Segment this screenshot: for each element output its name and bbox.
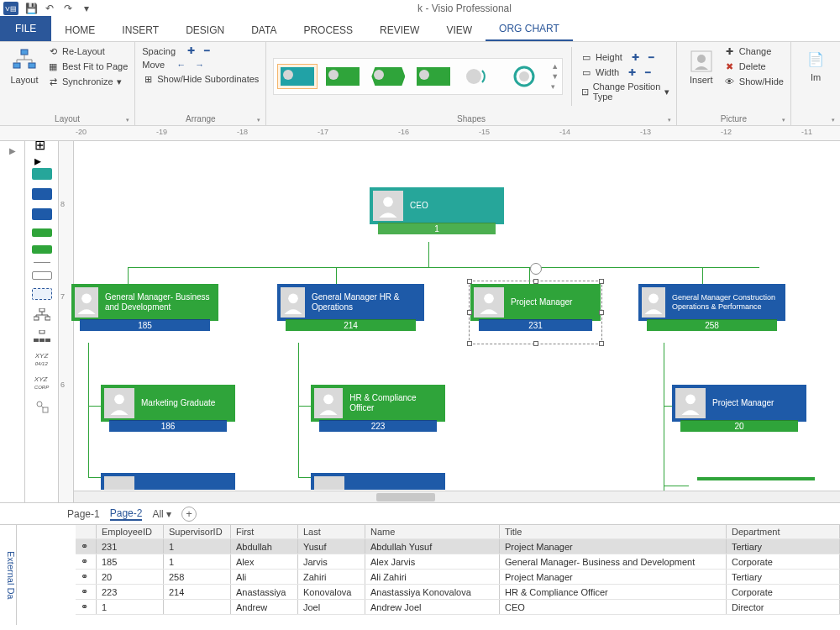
shape-style-6[interactable] (504, 64, 544, 89)
change-position-button[interactable]: ⊡Change Position Type ▾ (580, 81, 669, 102)
plus-icon[interactable]: ✚ (187, 45, 195, 56)
tab-data[interactable]: DATA (238, 19, 290, 41)
shape-style-5[interactable] (459, 64, 499, 89)
orgcard-partial[interactable] (697, 477, 815, 490)
shape-style-1[interactable] (277, 64, 318, 89)
insert-picture-button[interactable]: Insert (684, 45, 719, 87)
resize-handle[interactable] (467, 341, 472, 346)
spacing-control[interactable]: Spacing ✚ ━ (142, 45, 259, 56)
group-arrange: Spacing ✚ ━ Move ← → ⊞Show/Hide Subordin… (135, 42, 266, 125)
shapes-scroll-up[interactable]: ▲ (551, 62, 559, 71)
table-header[interactable]: Name (365, 525, 500, 539)
horizontal-scrollbar[interactable] (74, 491, 840, 502)
bestfit-button[interactable]: ▦Best Fit to Page (47, 60, 128, 72)
stencil-text[interactable]: XYZ04/12 (35, 352, 49, 367)
delete-picture-button[interactable]: ✖Delete (724, 60, 784, 72)
tab-orgchart[interactable]: ORG CHART (486, 18, 573, 41)
connector (336, 267, 337, 284)
rotate-handle[interactable] (530, 263, 542, 275)
shapes-more[interactable]: ▾ (551, 82, 559, 91)
tab-process[interactable]: PROCESS (290, 19, 366, 41)
orgcard-pm2[interactable]: Project Manager 20 (672, 385, 806, 433)
svg-point-5 (519, 71, 529, 81)
resize-handle[interactable] (533, 341, 538, 346)
height-control[interactable]: ▭Height ✚ ━ (580, 51, 669, 63)
qat-more-icon[interactable]: ▾ (81, 3, 92, 14)
import-button[interactable]: 📄 Im (798, 45, 833, 82)
redo-icon[interactable]: ↷ (62, 3, 74, 14)
save-icon[interactable]: 💾 (25, 3, 37, 14)
window-title: k - Visio Professional (92, 3, 837, 14)
svg-point-19 (288, 294, 298, 304)
table-row[interactable]: ⚭2311AbdullahYusufAbdullah YusufProject … (76, 539, 840, 554)
tab-home[interactable]: HOME (51, 19, 108, 41)
orgcard-gm-business[interactable]: General Manager- Business and Developmen… (71, 284, 218, 333)
stencil-more[interactable]: ⊞ ▸ (34, 146, 50, 160)
table-header[interactable]: Department (727, 525, 840, 539)
orgcard-ceo[interactable]: CEO 1 (370, 187, 504, 236)
tab-file[interactable]: FILE (0, 16, 51, 41)
stencil-tree-icon[interactable] (34, 330, 50, 344)
shapes-panel-toggle[interactable]: ▶ (0, 141, 25, 502)
shape-style-3[interactable] (368, 64, 408, 89)
orgcard-partial[interactable] (311, 473, 445, 490)
external-data-label[interactable]: External Da (0, 525, 17, 625)
stencil-item[interactable] (32, 228, 52, 237)
page-tab-2[interactable]: Page-2 (110, 507, 143, 521)
stencil-text[interactable]: XYZCORP (34, 375, 49, 391)
stencil-item[interactable] (32, 271, 52, 280)
table-row[interactable]: ⚭1851AlexJarvisAlex JarvisGeneral Manage… (76, 554, 840, 570)
move-control[interactable]: Move ← → (142, 60, 259, 70)
undo-icon[interactable]: ↶ (44, 3, 55, 14)
svg-point-21 (648, 294, 659, 304)
page-tab-all[interactable]: All ▾ (152, 508, 171, 520)
synchronize-button[interactable]: ⇄Synchronize ▾ (47, 76, 128, 87)
layout-button[interactable]: Layout (7, 45, 42, 87)
stencil-misc-icon[interactable] (34, 399, 50, 414)
table-header[interactable]: Last (298, 525, 365, 539)
add-page-button[interactable]: + (181, 507, 197, 522)
stencil-item[interactable] (32, 245, 52, 254)
table-header[interactable] (76, 525, 97, 539)
showhide-picture-button[interactable]: 👁Show/Hide (724, 76, 784, 87)
table-row[interactable]: ⚭1AndrewJoelAndrew JoelCEODirector (76, 600, 840, 615)
stencil-item[interactable] (32, 288, 52, 300)
width-control[interactable]: ▭Width ✚ ━ (580, 66, 669, 78)
stencil-item[interactable] (32, 168, 52, 180)
table-header[interactable]: EmployeeID (97, 525, 164, 539)
table-header[interactable]: Title (500, 525, 727, 539)
tab-insert[interactable]: INSERT (108, 19, 172, 41)
table-header[interactable]: First (231, 525, 298, 539)
table-row[interactable]: ⚭20258AliZahiriAli ZahiriProject Manager… (76, 570, 840, 585)
shapes-scroll-down[interactable]: ▼ (551, 72, 559, 81)
scrollbar-thumb[interactable] (376, 493, 435, 501)
page-tab-1[interactable]: Page-1 (67, 508, 100, 520)
change-picture-button[interactable]: ✚Change (724, 45, 784, 57)
stencil-item[interactable] (32, 188, 52, 200)
canvas[interactable]: 8 7 6 CEO 1 General Manager- Business an… (59, 141, 840, 502)
orgcard-gm-hr[interactable]: General Manager HR & Operations 214 (277, 284, 424, 333)
showhide-sub-button[interactable]: ⊞Show/Hide Subordinates (142, 73, 259, 85)
tab-view[interactable]: VIEW (433, 19, 486, 41)
stencil-tree-icon[interactable] (34, 308, 50, 322)
avatar-icon (675, 388, 706, 418)
tab-design[interactable]: DESIGN (172, 19, 238, 41)
left-icon[interactable]: ← (176, 60, 186, 70)
table-header[interactable]: SupervisorID (164, 525, 231, 539)
stencil-item[interactable] (32, 208, 52, 220)
table-row[interactable]: ⚭223214AnastassiyaKonovalovaAnastassiya … (76, 585, 840, 600)
shape-style-2[interactable] (323, 64, 363, 89)
minus-icon[interactable]: ━ (204, 45, 210, 56)
relayout-button[interactable]: ⟲Re-Layout (47, 45, 128, 57)
right-icon[interactable]: → (195, 60, 204, 70)
svg-point-3 (466, 69, 481, 84)
orgcard-pm[interactable]: Project Manager 231 (470, 284, 601, 333)
resize-handle[interactable] (599, 341, 604, 346)
orgcard-hrc[interactable]: HR & Compliance Officer 223 (311, 385, 445, 433)
orgcard-partial[interactable] (101, 473, 235, 490)
orgcard-gm-construction[interactable]: General Manager Construction Operations … (638, 284, 785, 333)
orgcard-marketing[interactable]: Marketing Graduate 186 (101, 385, 235, 433)
shape-style-4[interactable] (413, 64, 454, 89)
stencil-separator (34, 262, 50, 263)
tab-review[interactable]: REVIEW (366, 19, 433, 41)
